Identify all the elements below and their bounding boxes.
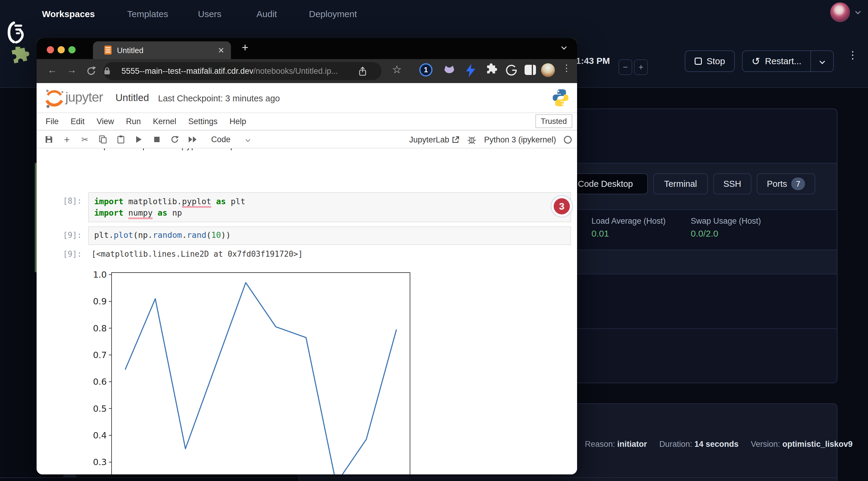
onepassword-extension-icon[interactable]: 1	[419, 63, 433, 76]
extensions-puzzle-icon[interactable]	[484, 63, 498, 77]
url-path: /notebooks/Untitled.ip...	[253, 67, 338, 75]
back-button[interactable]: ←	[48, 64, 57, 75]
cell-type-select[interactable]: Code	[211, 135, 250, 144]
window-maximize-button[interactable]	[68, 46, 75, 53]
lightning-extension-icon[interactable]	[464, 63, 477, 78]
menu-kernel[interactable]: Kernel	[153, 117, 176, 126]
notebook-title[interactable]: Untitled	[116, 92, 149, 103]
grammar-extension-icon[interactable]	[504, 63, 518, 77]
stat-label-swap: Swap Usage (Host)	[691, 217, 761, 226]
nav-item-templates[interactable]: Templates	[127, 9, 168, 19]
app-label: Terminal	[664, 179, 697, 189]
nav-item-workspaces[interactable]: Workspaces	[42, 9, 95, 19]
menu-file[interactable]: File	[45, 117, 59, 126]
browser-tab[interactable]: Untitled ✕	[93, 41, 231, 59]
menu-run[interactable]: Run	[126, 117, 141, 126]
run-cell-button[interactable]	[134, 135, 144, 143]
svg-text:1.0: 1.0	[93, 269, 107, 280]
clipped-code-line: import matplotlib.pyplot as plt	[94, 149, 245, 151]
add-cell-button[interactable]: +	[62, 134, 72, 146]
code-cell[interactable]: import matplotlib.pyplot as plt import n…	[88, 192, 571, 222]
restart-dropdown-button[interactable]	[810, 51, 834, 72]
checkpoint-status: Last Checkpoint: 3 minutes ago	[158, 94, 280, 103]
forward-button[interactable]: →	[67, 64, 76, 75]
window-minimize-button[interactable]	[58, 46, 65, 53]
chevron-down-icon	[245, 137, 250, 142]
decrease-button[interactable]: −	[618, 59, 632, 75]
debugger-bug-icon[interactable]	[467, 135, 476, 144]
matplotlib-line-chart: 0.20.30.40.50.60.70.80.91.002468	[84, 269, 426, 474]
output-text: [<matplotlib.lines.Line2D at 0x7fd03f191…	[91, 250, 303, 258]
app-button-terminal[interactable]: Terminal	[653, 173, 708, 194]
app-label: SSH	[723, 179, 741, 189]
browser-menu-icon[interactable]: ⋮	[562, 65, 571, 71]
restart-kernel-button[interactable]	[170, 135, 180, 143]
python-logo-icon	[552, 89, 569, 107]
bookmark-star-icon[interactable]: ☆	[392, 63, 402, 76]
coder-logo-icon[interactable]	[7, 21, 26, 44]
svg-text:0.7: 0.7	[93, 350, 107, 360]
tab-search-chevron-icon[interactable]	[562, 45, 566, 50]
new-tab-button[interactable]: +	[242, 41, 248, 54]
window-close-button[interactable]	[47, 46, 54, 53]
nav-item-deployment[interactable]: Deployment	[309, 9, 357, 19]
interrupt-kernel-button[interactable]	[152, 136, 162, 142]
notification-badge[interactable]: 3	[550, 195, 573, 218]
build-info: Reason: initiator Duration: 14 seconds V…	[585, 440, 852, 449]
menu-settings[interactable]: Settings	[188, 117, 218, 126]
reload-button[interactable]	[85, 65, 97, 77]
code-cell[interactable]: plt.plot(np.random.rand(10))	[88, 226, 571, 245]
cut-cells-button[interactable]: ✂	[80, 135, 90, 145]
sidebar-extension-icon[interactable]	[524, 64, 536, 75]
avatar[interactable]	[830, 2, 850, 22]
lock-icon	[103, 67, 111, 75]
stop-button[interactable]: Stop	[685, 51, 735, 72]
cell-prompt: [9]:	[63, 231, 82, 239]
run-all-button[interactable]	[188, 136, 198, 143]
tab-close-icon[interactable]: ✕	[218, 46, 224, 55]
jupyter-brand: jupyter	[65, 90, 103, 105]
trusted-button[interactable]: Trusted	[535, 114, 572, 128]
address-bar[interactable]: 5555--main--test--matifali.atif.cdr.dev/…	[103, 62, 381, 80]
nav-item-users[interactable]: Users	[198, 9, 221, 19]
url-host: 5555--main--test--matifali.atif.cdr.dev	[121, 67, 253, 75]
browser-toolbar: ← → 5555--main--test--matifali.atif.cdr.…	[37, 59, 577, 83]
jupyterlab-label: JupyterLab	[409, 135, 449, 145]
svg-text:0.8: 0.8	[93, 323, 107, 333]
browser-profile-avatar[interactable]	[541, 63, 555, 77]
stop-label: Stop	[707, 56, 725, 66]
screen: Workspaces Templates Users Audit Deploym…	[0, 0, 868, 481]
external-link-icon	[452, 136, 460, 143]
restart-button[interactable]: ↺ Restart...	[742, 51, 810, 72]
jupyter-header: jupyter Untitled Last Checkpoint: 3 minu…	[37, 83, 577, 113]
copy-cells-button[interactable]	[98, 135, 108, 143]
increase-button[interactable]: +	[634, 59, 648, 75]
jupyter-toolbar: + ✂ Code	[37, 131, 577, 149]
stat-value-load: 0.01	[591, 228, 609, 239]
workspace-timer: 11:43 PM	[571, 56, 610, 66]
url-text: 5555--main--test--matifali.atif.cdr.dev/…	[121, 67, 338, 76]
version-label: Version:	[751, 440, 780, 449]
workspace-menu-button[interactable]: ⋮	[847, 52, 858, 58]
app-button-ports[interactable]: Ports 7	[757, 173, 815, 194]
svg-text:0.6: 0.6	[93, 377, 107, 387]
restart-icon: ↺	[752, 57, 760, 66]
github-extension-icon[interactable]	[442, 63, 457, 78]
open-jupyterlab-link[interactable]: JupyterLab	[409, 135, 460, 145]
menu-edit[interactable]: Edit	[71, 117, 85, 126]
menu-view[interactable]: View	[97, 117, 114, 126]
app-button-ssh[interactable]: SSH	[713, 173, 751, 194]
reason-label: Reason:	[585, 440, 615, 449]
kernel-name[interactable]: Python 3 (ipykernel)	[484, 135, 556, 145]
nav-item-audit[interactable]: Audit	[256, 9, 277, 19]
share-icon[interactable]	[358, 66, 367, 76]
stat-value-swap: 0.0/2.0	[691, 228, 718, 239]
restart-label: Restart...	[765, 56, 801, 66]
browser-window: Untitled ✕ + ← → 5555--main--test--matif…	[37, 38, 577, 474]
save-button[interactable]	[44, 135, 54, 143]
stat-label-load: Load Average (Host)	[591, 217, 665, 226]
ports-count-badge: 7	[791, 178, 805, 190]
duration-value: 14 seconds	[694, 440, 738, 449]
paste-cells-button[interactable]	[116, 135, 126, 143]
menu-help[interactable]: Help	[229, 117, 246, 126]
